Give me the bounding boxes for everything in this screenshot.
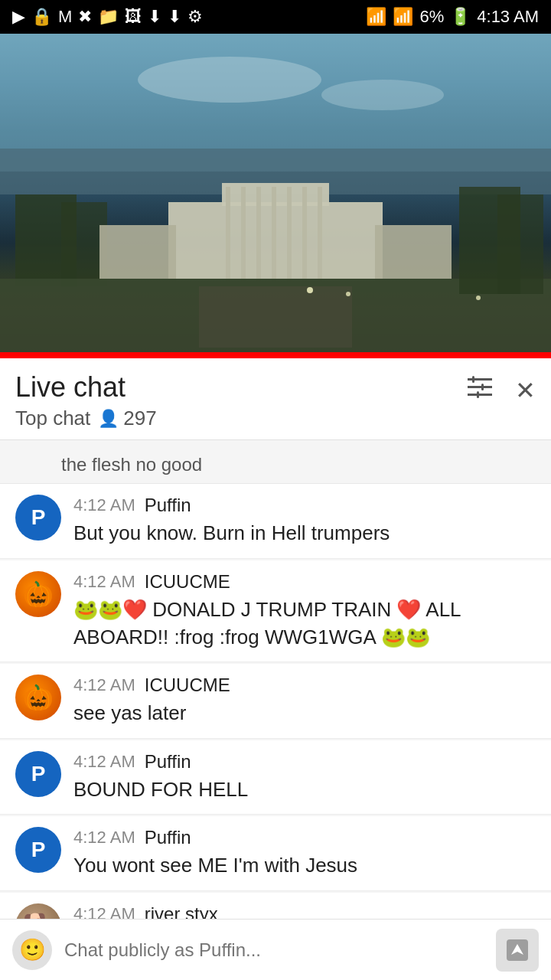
msg-time-4: 4:12 AM <box>73 752 135 772</box>
svg-rect-18 <box>199 286 352 348</box>
svg-rect-25 <box>468 386 492 388</box>
msg-author-3: ICUUCME <box>145 675 230 696</box>
chat-message-2: 🎃 4:12 AM ICUUCME 🐸🐸❤️ DONALD J TRUMP TR… <box>0 560 551 663</box>
avatar-icuucme-1: 🎃 <box>15 571 61 617</box>
svg-rect-16 <box>375 225 452 279</box>
chat-header: Live chat Top chat 👤 297 ✕ <box>0 358 551 440</box>
chat-input-bar: 🙂 <box>0 919 551 980</box>
chat-message-1: P 4:12 AM Puffin But you know. Burn in H… <box>0 484 551 558</box>
chat-message-5: P 4:12 AM Puffin You wont see ME I'm wit… <box>0 816 551 890</box>
msg-author-5: Puffin <box>145 827 191 848</box>
sliders-svg <box>466 375 494 400</box>
svg-rect-26 <box>468 394 492 396</box>
msg-author-4: Puffin <box>145 751 191 773</box>
truncated-message: the flesh no good <box>0 446 551 484</box>
msg-meta-1: 4:12 AM Puffin <box>73 495 536 516</box>
msg-author-1: Puffin <box>145 495 191 516</box>
signal-icon: 📶 <box>393 7 413 27</box>
truncated-text: the flesh no good <box>61 454 202 475</box>
svg-point-2 <box>321 80 444 110</box>
time: 4:13 AM <box>477 7 539 27</box>
emoji-icon: 🙂 <box>19 937 46 962</box>
msg-author-2: ICUUCME <box>145 571 230 593</box>
svg-rect-29 <box>477 391 479 398</box>
chat-message-3: 🎃 4:12 AM ICUUCME see yas later <box>0 664 551 738</box>
app-icon2: ✖ <box>78 7 92 27</box>
msg-meta-4: 4:12 AM Puffin <box>73 751 536 773</box>
image-icon: 🖼 <box>125 7 142 27</box>
msg-meta-2: 4:12 AM ICUUCME <box>73 571 536 593</box>
svg-rect-14 <box>318 187 322 279</box>
avatar-puffin-2: P <box>15 751 61 797</box>
folder-icon: 📁 <box>98 7 119 27</box>
msg-content-3: 4:12 AM ICUUCME see yas later <box>73 675 536 727</box>
msg-text-3: see yas later <box>73 699 536 727</box>
status-icons: ▶ 🔒 M ✖ 📁 🖼 ⬇ ⬇ ⚙ <box>12 7 203 27</box>
msg-text-1: But you know. Burn in Hell trumpers <box>73 519 536 547</box>
msg-content-1: 4:12 AM Puffin But you know. Burn in Hel… <box>73 495 536 547</box>
send-button[interactable] <box>496 929 539 972</box>
svg-rect-9 <box>241 187 246 279</box>
app-icon4: ⬇ <box>168 7 181 27</box>
svg-rect-12 <box>287 187 292 279</box>
msg-meta-5: 4:12 AM Puffin <box>73 827 536 848</box>
status-right: 📶 📶 6% 🔋 4:13 AM <box>366 7 539 27</box>
svg-rect-15 <box>99 225 176 279</box>
svg-rect-10 <box>256 187 261 279</box>
svg-rect-13 <box>302 187 307 279</box>
viewer-number: 297 <box>123 407 156 430</box>
filter-icon[interactable] <box>466 375 494 406</box>
chat-mode-label: Top chat <box>15 407 90 430</box>
msg-time-1: 4:12 AM <box>73 495 135 515</box>
msg-time-3: 4:12 AM <box>73 675 135 695</box>
close-icon[interactable]: ✕ <box>515 376 536 405</box>
svg-rect-8 <box>226 187 230 279</box>
battery-text: 6% <box>419 7 444 27</box>
chat-title: Live chat <box>15 371 466 403</box>
video-frame <box>0 34 551 355</box>
msg-content-5: 4:12 AM Puffin You wont see ME I'm with … <box>73 827 536 879</box>
chat-sub-info: Top chat 👤 297 <box>15 407 466 430</box>
svg-point-23 <box>476 296 481 300</box>
avatar-puffin-1: P <box>15 495 61 541</box>
svg-rect-20 <box>497 194 543 294</box>
svg-point-1 <box>138 57 321 103</box>
youtube-icon: ▶ <box>12 7 25 27</box>
status-bar: ▶ 🔒 M ✖ 📁 🖼 ⬇ ⬇ ⚙ 📶 📶 6% 🔋 4:13 AM <box>0 0 551 34</box>
wifi-icon: 📶 <box>366 7 386 27</box>
msg-meta-3: 4:12 AM ICUUCME <box>73 675 536 696</box>
msg-text-5: You wont see ME I'm with Jesus <box>73 851 536 879</box>
msg-content-2: 4:12 AM ICUUCME 🐸🐸❤️ DONALD J TRUMP TRAI… <box>73 571 536 652</box>
person-icon: 👤 <box>98 409 119 429</box>
send-icon <box>505 938 530 962</box>
settings-icon: ⚙ <box>187 7 203 27</box>
svg-point-22 <box>346 292 350 296</box>
avatar-icuucme-2: 🎃 <box>15 675 61 720</box>
viewer-count: 👤 297 <box>98 407 156 430</box>
msg-time-5: 4:12 AM <box>73 828 135 848</box>
chat-input-field[interactable] <box>64 939 484 961</box>
app-icon3: ⬇ <box>148 7 161 27</box>
msg-text-4: BOUND FOR HELL <box>73 776 536 803</box>
chat-message-4: P 4:12 AM Puffin BOUND FOR HELL <box>0 740 551 815</box>
lock-icon: 🔒 <box>31 7 52 27</box>
battery-icon: 🔋 <box>450 7 471 27</box>
svg-rect-28 <box>481 384 484 390</box>
emoji-button[interactable]: 🙂 <box>12 930 52 970</box>
app-icon1: M <box>58 7 72 27</box>
svg-rect-24 <box>468 378 492 381</box>
msg-time-2: 4:12 AM <box>73 572 135 592</box>
msg-content-4: 4:12 AM Puffin BOUND FOR HELL <box>73 751 536 803</box>
svg-rect-27 <box>472 376 474 383</box>
chat-header-info: Live chat Top chat 👤 297 <box>15 371 466 430</box>
msg-text-2: 🐸🐸❤️ DONALD J TRUMP TRAIN ❤️ ALL ABOARD!… <box>73 596 536 652</box>
video-player[interactable] <box>0 34 551 355</box>
svg-rect-11 <box>272 187 276 279</box>
avatar-puffin-3: P <box>15 827 61 873</box>
svg-point-21 <box>307 287 313 293</box>
chat-messages-list: the flesh no good P 4:12 AM Puffin But y… <box>0 440 551 980</box>
chat-header-actions: ✕ <box>466 371 536 406</box>
